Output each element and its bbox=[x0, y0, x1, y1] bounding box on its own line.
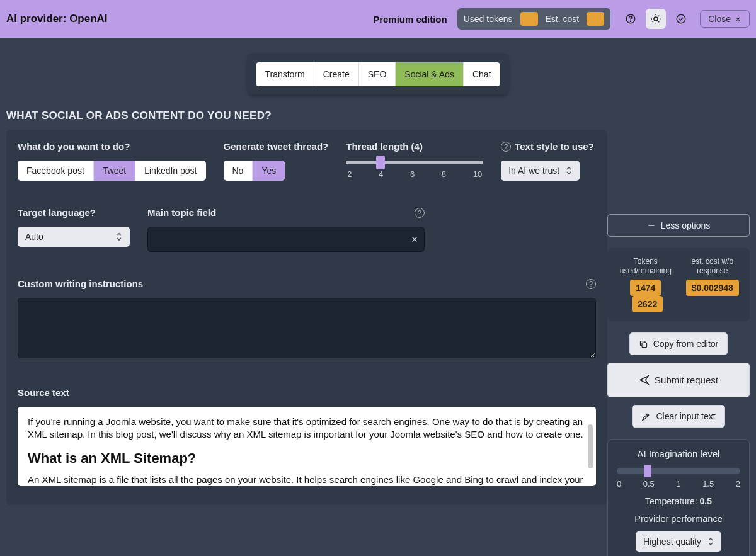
custom-label: Custom writing instructions bbox=[18, 278, 143, 289]
length-slider[interactable] bbox=[346, 161, 483, 164]
length-label: Thread length (4) bbox=[346, 141, 483, 152]
lang-select[interactable]: Auto bbox=[18, 227, 130, 247]
imagination-tick: 1 bbox=[676, 479, 680, 489]
close-label: Close bbox=[708, 14, 731, 24]
clear-label: Clear input text bbox=[656, 411, 715, 421]
chevron-updown-icon bbox=[707, 537, 714, 546]
what-segmented: Facebook postTweetLinkedIn post bbox=[18, 161, 206, 181]
theme-toggle-icon[interactable] bbox=[646, 9, 666, 29]
premium-edition-label: Premium edition bbox=[373, 14, 447, 25]
thread-toggle-field: Generate tweet thread? NoYes bbox=[224, 141, 329, 181]
usage-chip: Used tokens Est. cost bbox=[457, 8, 611, 30]
help-icon[interactable] bbox=[621, 9, 641, 29]
submit-label: Submit request bbox=[655, 375, 718, 385]
target-language-field: Target language? Auto bbox=[18, 207, 130, 252]
cost-label: est. cost w/o response bbox=[683, 257, 742, 276]
imagination-tick: 2 bbox=[736, 479, 740, 489]
clear-input-button[interactable]: Clear input text bbox=[632, 405, 724, 428]
svg-point-1 bbox=[631, 21, 631, 21]
thread-option-no[interactable]: No bbox=[224, 161, 253, 181]
source-label: Source text bbox=[18, 387, 596, 398]
tab-transform[interactable]: Transform bbox=[256, 62, 314, 86]
chevron-updown-icon bbox=[566, 166, 572, 175]
length-slider-thumb[interactable] bbox=[376, 156, 385, 169]
copy-label: Copy from editor bbox=[653, 339, 718, 349]
section-title: WHAT SOCIAL OR ADS CONTENT DO YOU NEED? bbox=[6, 107, 607, 130]
source-text-box[interactable]: If you're running a Joomla website, you … bbox=[18, 407, 596, 486]
used-tokens-label: Used tokens bbox=[464, 14, 513, 24]
main-topic-field: Main topic field ? bbox=[147, 207, 425, 252]
copy-from-editor-button[interactable]: Copy from editor bbox=[629, 332, 728, 355]
custom-textarea[interactable] bbox=[18, 298, 596, 358]
lang-label: Target language? bbox=[18, 207, 130, 218]
provider-name: OpenAI bbox=[69, 13, 107, 25]
imagination-tick: 1.5 bbox=[702, 479, 714, 489]
form-card: What do you want to do? Facebook postTwe… bbox=[6, 130, 607, 505]
used-tokens-badge bbox=[520, 12, 538, 26]
imagination-card: AI Imagination level 00.511.52 Temperatu… bbox=[607, 439, 750, 556]
custom-help-icon[interactable]: ? bbox=[586, 279, 596, 289]
text-style-field: ? Text style to use? In AI we trust bbox=[501, 141, 594, 181]
tab-seo[interactable]: SEO bbox=[359, 62, 396, 86]
performance-label: Provider performance bbox=[617, 514, 740, 524]
scrollbar[interactable] bbox=[588, 424, 593, 468]
performance-value: Highest quality bbox=[643, 536, 701, 547]
length-tick: 10 bbox=[473, 169, 482, 179]
thread-segmented: NoYes bbox=[224, 161, 285, 181]
svg-point-3 bbox=[677, 14, 685, 23]
style-help-icon[interactable]: ? bbox=[501, 142, 511, 152]
tabs-container: TransformCreateSEOSocial & AdsChat bbox=[0, 38, 756, 107]
lang-value: Auto bbox=[25, 232, 43, 242]
tokens-label: Tokens used/remaining bbox=[615, 257, 677, 276]
tokens-stat: Tokens used/remaining 1474 2622 bbox=[615, 257, 677, 312]
performance-select[interactable]: Highest quality bbox=[636, 531, 721, 552]
provider-prefix: AI provider: bbox=[6, 13, 69, 25]
imagination-slider[interactable] bbox=[617, 468, 740, 474]
main-tabs: TransformCreateSEOSocial & AdsChat bbox=[256, 62, 500, 86]
style-label: ? Text style to use? bbox=[501, 141, 594, 152]
source-paragraph: If you're running a Joomla website, you … bbox=[28, 416, 586, 441]
what-label: What do you want to do? bbox=[18, 141, 206, 152]
svg-rect-4 bbox=[642, 343, 647, 348]
cost-badge: $0.002948 bbox=[686, 280, 739, 296]
imagination-slider-thumb[interactable] bbox=[644, 465, 651, 477]
what-option-facebook-post[interactable]: Facebook post bbox=[18, 161, 94, 181]
temperature-line: Temperature: 0.5 bbox=[617, 496, 740, 506]
imagination-title: AI Imagination level bbox=[617, 448, 740, 459]
what-field: What do you want to do? Facebook postTwe… bbox=[18, 141, 206, 181]
chevron-updown-icon bbox=[116, 232, 122, 241]
what-option-tweet[interactable]: Tweet bbox=[94, 161, 135, 181]
topic-input[interactable] bbox=[147, 227, 425, 252]
submit-request-button[interactable]: Submit request bbox=[607, 363, 750, 397]
tokens-remaining-badge: 2622 bbox=[632, 296, 663, 312]
check-icon[interactable] bbox=[671, 9, 691, 29]
tab-chat[interactable]: Chat bbox=[464, 62, 500, 86]
close-button[interactable]: Close bbox=[700, 10, 750, 28]
tab-social-ads[interactable]: Social & Ads bbox=[396, 62, 464, 86]
est-cost-label: Est. cost bbox=[546, 14, 580, 24]
est-cost-badge bbox=[587, 12, 604, 26]
topic-label: Main topic field bbox=[147, 207, 216, 218]
source-paragraph: An XML sitemap is a file that lists all … bbox=[28, 474, 586, 486]
custom-instructions-field: Custom writing instructions ? bbox=[18, 278, 596, 361]
imagination-tick: 0 bbox=[617, 479, 621, 489]
clear-topic-icon[interactable] bbox=[411, 235, 418, 243]
what-option-linkedin-post[interactable]: LinkedIn post bbox=[135, 161, 205, 181]
imagination-tick: 0.5 bbox=[643, 479, 655, 489]
length-tick: 8 bbox=[442, 169, 446, 179]
header-bar: AI provider: OpenAI Premium edition Used… bbox=[0, 0, 756, 38]
tokens-used-badge: 1474 bbox=[630, 280, 661, 296]
length-tick: 6 bbox=[410, 169, 415, 179]
thread-length-field: Thread length (4) 246810 bbox=[346, 141, 483, 181]
thread-option-yes[interactable]: Yes bbox=[253, 161, 285, 181]
svg-point-2 bbox=[654, 17, 658, 21]
topic-help-icon[interactable]: ? bbox=[415, 208, 425, 218]
thread-label: Generate tweet thread? bbox=[224, 141, 329, 152]
style-value: In AI we trust bbox=[508, 166, 559, 176]
length-tick: 4 bbox=[379, 169, 383, 179]
cost-stat: est. cost w/o response $0.002948 bbox=[683, 257, 742, 312]
tab-create[interactable]: Create bbox=[314, 62, 359, 86]
less-options-button[interactable]: Less options bbox=[607, 214, 750, 237]
less-options-label: Less options bbox=[661, 220, 711, 230]
style-select[interactable]: In AI we trust bbox=[501, 161, 580, 181]
